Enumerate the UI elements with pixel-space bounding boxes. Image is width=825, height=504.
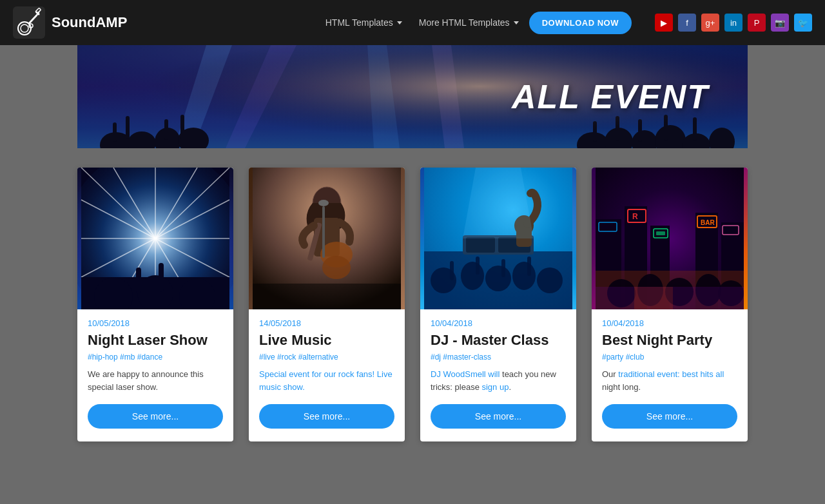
card-1-title: Night Laser Show [88, 332, 223, 349]
card-2-body: 14/05/2018 Live Music #live #rock #alter… [249, 309, 405, 441]
social-icons-group: ▶ f g+ in P 📷 🐦 [655, 14, 812, 32]
card-2-date: 14/05/2018 [259, 318, 394, 328]
svg-point-77 [512, 262, 536, 290]
dj-masterclass-svg [420, 168, 576, 309]
night-party-svg: R BAR [592, 168, 748, 309]
card-4-date: 10/04/2018 [602, 318, 737, 328]
dropdown-caret-1 [397, 21, 402, 24]
download-button[interactable]: DOWNLOAD NOW [529, 12, 632, 34]
event-card-3: 10/04/2018 DJ - Master Class #dj #master… [420, 168, 576, 441]
card-4-title: Best Night Party [602, 332, 737, 349]
dj-masterclass-image [420, 168, 576, 309]
hero-banner: ALL EVENT [77, 45, 748, 148]
brand-name: SoundAMP [52, 14, 127, 31]
night-party-image: R BAR [592, 168, 748, 309]
card-4-tags: #party #club [602, 353, 737, 362]
svg-rect-64 [322, 206, 325, 258]
svg-point-7 [36, 12, 38, 14]
svg-rect-93 [656, 231, 665, 235]
nav-html-templates[interactable]: HTML Templates [319, 14, 409, 32]
svg-rect-70 [466, 237, 495, 253]
card-3-date: 10/04/2018 [431, 318, 566, 328]
live-music-svg [249, 168, 405, 309]
card-1-tags: #hip-hop #mb #dance [88, 353, 223, 362]
navbar: SoundAMP HTML Templates More HTML Templa… [0, 0, 825, 45]
hero-title: ALL EVENT [512, 77, 709, 116]
card-1-desc: We are happy to announce this special la… [88, 368, 223, 394]
svg-rect-56 [136, 267, 141, 293]
card-3-title: DJ - Master Class [431, 332, 566, 349]
svg-rect-57 [159, 263, 164, 292]
instagram-icon[interactable]: 📷 [771, 14, 789, 32]
card-4-body: 10/04/2018 Best Night Party #party #club… [592, 309, 748, 441]
svg-rect-80 [476, 257, 480, 275]
guitar-icon [13, 6, 45, 39]
card-2-tags: #live #rock #alternative [259, 353, 394, 362]
brand-logo[interactable]: SoundAMP [13, 6, 127, 39]
card-4-desc: Our traditional event: best hits all nig… [602, 368, 737, 394]
event-card-4: R BAR [592, 168, 748, 441]
svg-point-75 [461, 262, 484, 290]
card-1-see-more-button[interactable]: See more... [88, 404, 223, 429]
card-1-body: 10/05/2018 Night Laser Show #hip-hop #mb… [77, 309, 233, 441]
card-3-desc: DJ WoodSmell will teach you new tricks: … [431, 368, 566, 394]
googleplus-icon[interactable]: g+ [701, 14, 719, 32]
event-card-2: 14/05/2018 Live Music #live #rock #alter… [249, 168, 405, 441]
card-2-see-more-button[interactable]: See more... [259, 404, 394, 429]
svg-point-76 [485, 266, 511, 291]
svg-text:R: R [632, 212, 638, 221]
laser-show-image [77, 168, 233, 309]
svg-point-8 [38, 14, 40, 15]
dropdown-caret-2 [514, 21, 519, 24]
facebook-icon[interactable]: f [678, 14, 696, 32]
svg-point-78 [537, 267, 563, 293]
card-2-desc: Special event for our rock fans! Live mu… [259, 368, 394, 394]
card-3-see-more-button[interactable]: See more... [431, 404, 566, 429]
events-grid: 10/05/2018 Night Laser Show #hip-hop #mb… [77, 168, 748, 441]
linkedin-icon[interactable]: in [724, 14, 742, 32]
pinterest-icon[interactable]: P [748, 14, 766, 32]
nav-menu: HTML Templates More HTML Templates DOWNL… [319, 12, 632, 34]
card-3-body: 10/04/2018 DJ - Master Class #dj #master… [420, 309, 576, 441]
svg-rect-105 [634, 287, 673, 309]
card-3-tags: #dj #master-class [431, 353, 566, 362]
nav-more-html-templates[interactable]: More HTML Templates [412, 14, 525, 32]
svg-text:BAR: BAR [701, 219, 715, 226]
card-4-see-more-button[interactable]: See more... [602, 404, 737, 429]
svg-rect-82 [527, 257, 531, 276]
laser-show-svg [77, 168, 233, 309]
event-card-1: 10/05/2018 Night Laser Show #hip-hop #mb… [77, 168, 233, 441]
card-2-title: Live Music [259, 332, 394, 349]
youtube-icon[interactable]: ▶ [655, 14, 673, 32]
svg-rect-66 [253, 284, 401, 309]
live-music-image [249, 168, 405, 309]
svg-rect-79 [450, 261, 454, 280]
svg-point-65 [318, 200, 329, 206]
svg-point-62 [322, 256, 351, 279]
twitter-icon[interactable]: 🐦 [794, 14, 812, 32]
svg-rect-81 [501, 259, 505, 277]
card-1-date: 10/05/2018 [88, 318, 223, 328]
